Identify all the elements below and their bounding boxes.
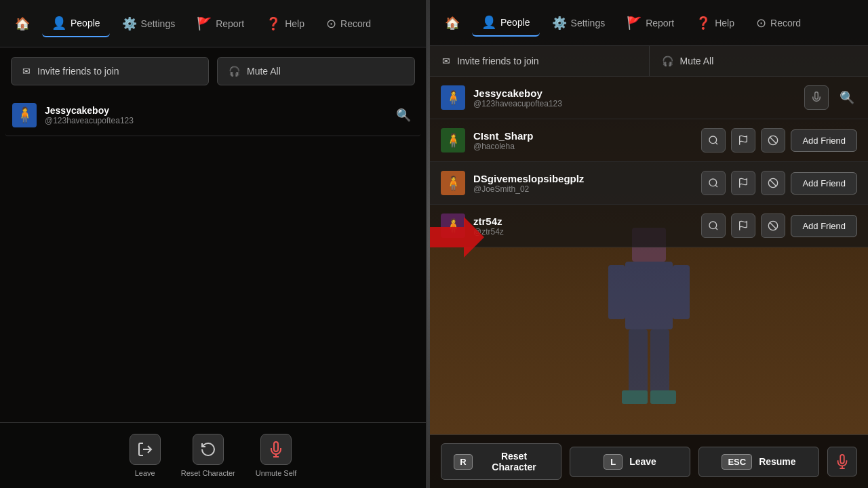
left-nav-record[interactable]: ⊙ Record — [317, 11, 380, 37]
right-person-info: ztr54z @ztr54z — [473, 216, 693, 237]
svg-line-26 — [770, 222, 776, 228]
right-person-info: Jessycakeboy @123haveacupoftea123 — [473, 87, 796, 108]
left-nav-report[interactable]: 🚩 Report — [187, 11, 254, 37]
home-icon: 🏠 — [15, 16, 30, 31]
add-friend-button[interactable]: Add Friend — [791, 215, 857, 237]
search-person-button[interactable] — [701, 128, 726, 152]
right-person-name: Jessycakeboy — [473, 87, 796, 99]
avatar: 🧍 — [441, 171, 465, 195]
leave-bottom-label: Leave — [629, 456, 656, 467]
person-actions: Add Friend — [701, 128, 857, 152]
leave-label: Leave — [135, 469, 155, 477]
right-nav-people-label: People — [500, 17, 530, 28]
svg-line-21 — [770, 180, 776, 186]
left-panel: 🏠 👤 People ⚙️ Settings 🚩 Report ❓ Help ⊙… — [0, 0, 427, 488]
block-person-button[interactable] — [761, 214, 785, 238]
person-actions: Add Friend — [701, 214, 857, 238]
person-info: Jessycakeboy @123haveacupoftea123 — [45, 105, 385, 125]
svg-line-13 — [716, 142, 718, 144]
left-nav-help[interactable]: ❓ Help — [256, 11, 314, 37]
left-nav-people[interactable]: 👤 People — [42, 10, 110, 37]
avatar: 🧍 — [441, 85, 465, 110]
right-nav-settings[interactable]: ⚙️ Settings — [542, 10, 615, 36]
left-nav-settings[interactable]: ⚙️ Settings — [113, 11, 185, 37]
block-person-button[interactable] — [761, 171, 785, 195]
right-person-row[interactable]: 🧍 CIsnt_Sharp @hacoleha — [430, 119, 868, 162]
reset-character-button[interactable]: R Reset Character — [441, 443, 561, 480]
leave-action[interactable]: Leave — [130, 434, 161, 477]
right-nav-record[interactable]: ⊙ Record — [747, 10, 810, 36]
search-person-button[interactable] — [701, 214, 726, 238]
left-bottom-bar: Leave Reset Character Unmute Self — [0, 422, 426, 488]
person-actions: Add Friend — [701, 171, 857, 195]
add-friend-button[interactable]: Add Friend — [791, 172, 857, 195]
right-person-name: ztr54z — [473, 216, 693, 227]
mute-icon: 🎧 — [229, 66, 240, 77]
record-icon: ⊙ — [326, 16, 336, 31]
right-mute-label: Mute All — [680, 56, 714, 66]
left-action-row: ✉ Invite friends to join 🎧 Mute All — [0, 47, 426, 95]
right-nav-help[interactable]: ❓ Help — [686, 10, 744, 36]
add-friend-button[interactable]: Add Friend — [791, 129, 857, 152]
right-person-handle: @123haveacupoftea123 — [473, 99, 796, 108]
svg-point-17 — [709, 179, 717, 186]
right-nav-home[interactable]: 🏠 — [435, 10, 469, 36]
mic-button[interactable] — [804, 85, 829, 110]
avatar: 🧍 — [441, 214, 465, 238]
mute-all-button[interactable]: 🎧 Mute All — [217, 57, 415, 85]
resume-key-badge: ESC — [722, 454, 752, 470]
help-icon: ❓ — [266, 16, 281, 31]
svg-line-18 — [716, 185, 718, 187]
left-nav-people-label: People — [71, 18, 100, 28]
left-nav-record-label: Record — [340, 18, 371, 29]
right-mute-all-button[interactable]: 🎧 Mute All — [650, 46, 869, 76]
right-people-icon: 👤 — [481, 15, 496, 30]
settings-icon: ⚙️ — [122, 16, 137, 31]
avatar: 🧍 — [441, 128, 465, 152]
unmute-self-icon — [260, 434, 292, 465]
left-person-row[interactable]: 🧍 Jessycakeboy @123haveacupoftea123 🔍 — [5, 95, 420, 136]
right-person-info: DSgivemeslopsibegplz @JoeSmith_02 — [473, 173, 693, 194]
search-person-button[interactable]: 🔍 — [393, 105, 414, 125]
right-nav-report[interactable]: 🚩 Report — [617, 10, 684, 36]
right-invite-button[interactable]: ✉ Invite friends to join — [430, 46, 650, 76]
resume-button[interactable]: ESC Resume — [698, 447, 819, 477]
unmute-self-action[interactable]: Unmute Self — [256, 434, 297, 477]
search-person-button[interactable] — [701, 171, 726, 195]
right-home-icon: 🏠 — [445, 16, 460, 30]
right-nav-help-label: Help — [715, 18, 734, 28]
right-person-row-highlighted[interactable]: 🧍 DSgivemeslopsibegplz @JoeSmith_02 — [430, 162, 868, 205]
right-action-row: ✉ Invite friends to join 🎧 Mute All — [430, 46, 868, 77]
leave-key-badge: L — [604, 454, 623, 470]
mic-right-button[interactable] — [827, 447, 857, 476]
right-person-row[interactable]: 🧍 ztr54z @ztr54z — [430, 205, 868, 247]
reset-key-badge: R — [454, 454, 473, 470]
right-person-handle: @JoeSmith_02 — [473, 184, 693, 194]
svg-point-22 — [709, 222, 717, 229]
invite-friends-button[interactable]: ✉ Invite friends to join — [11, 57, 209, 85]
right-nav-people[interactable]: 👤 People — [472, 9, 540, 37]
leave-button[interactable]: L Leave — [570, 447, 690, 477]
reset-character-label: Reset Character — [181, 469, 235, 477]
invite-icon: ✉ — [22, 66, 31, 77]
right-record-icon: ⊙ — [756, 16, 766, 30]
flag-person-button[interactable] — [731, 128, 755, 152]
reset-character-action[interactable]: Reset Character — [181, 434, 235, 477]
people-icon: 👤 — [52, 16, 66, 30]
block-person-button[interactable] — [761, 128, 785, 152]
right-person-name: DSgivemeslopsibegplz — [473, 173, 693, 184]
right-search-person-button[interactable]: 🔍 — [837, 87, 857, 108]
right-person-info: CIsnt_Sharp @hacoleha — [473, 130, 693, 151]
right-mute-icon: 🎧 — [662, 56, 673, 66]
right-person-row[interactable]: 🧍 Jessycakeboy @123haveacupoftea123 🔍 — [430, 77, 868, 119]
person-handle: @123haveacupoftea123 — [45, 116, 385, 125]
svg-line-23 — [716, 228, 718, 230]
flag-person-button[interactable] — [731, 214, 755, 238]
right-invite-icon: ✉ — [442, 56, 450, 66]
left-nav-home[interactable]: 🏠 — [5, 11, 39, 37]
right-overlay: 🏠 👤 People ⚙️ Settings 🚩 Report ❓ Help ⊙… — [430, 0, 868, 488]
right-panel: 🏠 👤 People ⚙️ Settings 🚩 Report ❓ Help ⊙… — [430, 0, 868, 488]
reset-character-icon — [193, 434, 224, 465]
flag-person-button[interactable] — [731, 171, 755, 195]
left-nav-bar: 🏠 👤 People ⚙️ Settings 🚩 Report ❓ Help ⊙… — [0, 0, 426, 47]
